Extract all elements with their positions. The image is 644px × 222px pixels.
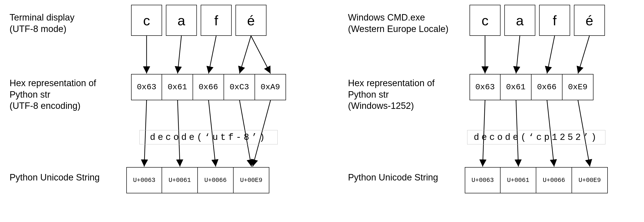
label-line: Python Unicode String <box>348 172 438 182</box>
left-panel: Terminal display (UTF-8 mode) Hex repres… <box>10 5 314 219</box>
label-line: Python str <box>348 90 389 100</box>
unicode-string-label: Python Unicode String <box>348 172 462 183</box>
label-line: (UTF-8 mode) <box>10 24 66 34</box>
svg-line-3 <box>240 36 251 74</box>
hex-cell: 0x66 <box>532 74 562 100</box>
decode-call-box: decode(‘utf-8’) <box>140 130 278 144</box>
codepoint-cell: U+0066 <box>198 167 234 193</box>
hex-cell: 0xA9 <box>255 74 286 100</box>
codepoint-cell: U+0066 <box>536 167 572 193</box>
decode-text: decode(‘cp1252’) <box>474 132 599 142</box>
label-line: (UTF-8 encoding) <box>10 101 80 111</box>
char-cell: c <box>470 5 500 36</box>
hex-cell: 0x63 <box>131 74 162 100</box>
codepoint-cell: U+0063 <box>465 167 500 193</box>
svg-line-4 <box>251 36 270 74</box>
char-cell: é <box>236 5 266 36</box>
codepoint-cell: U+00E9 <box>572 167 608 193</box>
decode-text: decode(‘utf-8’) <box>150 132 267 142</box>
unicode-codepoints-row: U+0063 U+0061 U+0066 U+00E9 <box>465 167 608 193</box>
unicode-codepoints-row: U+0063 U+0061 U+0066 U+00E9 <box>126 167 269 193</box>
char-cell: c <box>131 5 162 36</box>
hex-cell: 0x63 <box>470 74 500 100</box>
char-cell: f <box>201 5 232 36</box>
unicode-string-label: Python Unicode String <box>10 172 124 183</box>
label-line: Windows CMD.exe <box>348 13 425 23</box>
label-line: Python Unicode String <box>10 172 100 182</box>
hex-bytes-row: 0x63 0x61 0x66 0xE9 <box>470 74 594 100</box>
hex-cell: 0xC3 <box>224 74 255 100</box>
label-line: (Western Europe Locale) <box>348 24 448 34</box>
right-panel: Windows CMD.exe (Western Europe Locale) … <box>348 5 644 219</box>
hex-repr-label: Hex representation of Python str (Window… <box>348 78 462 112</box>
decode-call-box: decode(‘cp1252’) <box>467 130 606 144</box>
label-line: Terminal display <box>10 13 74 23</box>
svg-line-13 <box>578 36 590 74</box>
svg-line-2 <box>208 36 216 74</box>
cmd-display-label: Windows CMD.exe (Western Europe Locale) <box>348 12 462 35</box>
hex-repr-label: Hex representation of Python str (UTF-8 … <box>10 78 124 112</box>
char-cell: é <box>574 5 605 36</box>
hex-cell: 0xE9 <box>562 74 594 100</box>
codepoint-cell: U+0063 <box>126 167 162 193</box>
svg-line-11 <box>516 36 520 74</box>
svg-line-12 <box>547 36 554 74</box>
terminal-display-label: Terminal display (UTF-8 mode) <box>10 12 124 35</box>
hex-cell: 0x66 <box>193 74 224 100</box>
char-cell: a <box>504 5 535 36</box>
hex-cell: 0x61 <box>162 74 193 100</box>
display-chars-row: c a f é <box>131 5 266 36</box>
hex-cell: 0x61 <box>500 74 532 100</box>
label-line: Python str <box>10 90 50 100</box>
label-line: (Windows-1252) <box>348 101 414 111</box>
label-line: Hex representation of <box>10 78 96 88</box>
codepoint-cell: U+0061 <box>500 167 536 193</box>
char-cell: a <box>166 5 197 36</box>
display-chars-row: c a f é <box>470 5 605 36</box>
hex-bytes-row: 0x63 0x61 0x66 0xC3 0xA9 <box>131 74 286 100</box>
char-cell: f <box>539 5 570 36</box>
codepoint-cell: U+00E9 <box>234 167 269 193</box>
svg-line-1 <box>178 36 182 74</box>
label-line: Hex representation of <box>348 78 434 88</box>
codepoint-cell: U+0061 <box>162 167 198 193</box>
